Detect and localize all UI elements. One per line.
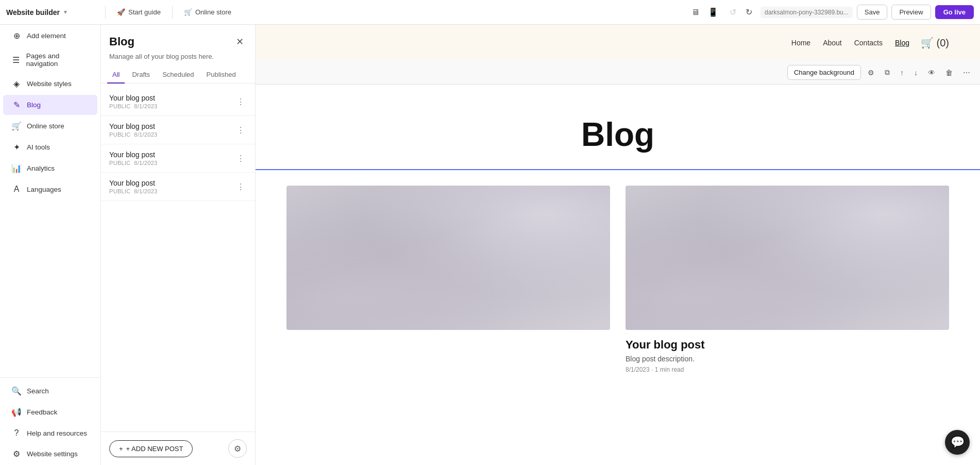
- blog-card-image-1: [286, 186, 610, 330]
- section-move-down-button[interactable]: ↓: [910, 66, 921, 79]
- blog-panel: Blog ✕ Manage all of your blog posts her…: [101, 25, 256, 465]
- tab-published[interactable]: Published: [201, 67, 241, 84]
- go-live-button[interactable]: Go live: [935, 5, 974, 19]
- nav-blog[interactable]: Blog: [895, 39, 909, 47]
- copy-icon: ⧉: [885, 68, 890, 76]
- sidebar-item-languages[interactable]: A Languages: [3, 179, 97, 199]
- site-header: Home About Contacts Blog 🛒 (0): [256, 25, 980, 61]
- blog-post-meta-2: PUBLIC 8/1/2023: [109, 131, 157, 138]
- tab-scheduled[interactable]: Scheduled: [157, 67, 199, 84]
- blog-post-menu-2[interactable]: ⋮: [234, 123, 247, 137]
- gear-small-icon: ⚙: [234, 444, 241, 454]
- blog-post-menu-3[interactable]: ⋮: [234, 152, 247, 165]
- sidebar-item-analytics[interactable]: 📊 Analytics: [3, 158, 97, 178]
- section-settings-button[interactable]: ⚙: [864, 66, 878, 79]
- nav-home[interactable]: Home: [791, 39, 810, 47]
- section-delete-button[interactable]: 🗑: [942, 66, 956, 79]
- toolbar-row-wrap: Change background ⚙ ⧉ ↑ ↓ 👁: [256, 61, 980, 85]
- section-move-up-button[interactable]: ↑: [897, 66, 907, 79]
- blog-post-item-4[interactable]: Your blog post PUBLIC 8/1/2023 ⋮: [101, 173, 255, 201]
- blog-post-title-1: Your blog post: [109, 94, 157, 102]
- mobile-view-button[interactable]: 📱: [705, 5, 721, 19]
- device-switcher: 🖥 📱: [688, 5, 721, 19]
- trash-icon: 🗑: [945, 69, 953, 77]
- sidebar-label-analytics: Analytics: [27, 164, 55, 172]
- sidebar-item-online-store[interactable]: 🛒 Online store: [3, 116, 97, 136]
- analytics-icon: 📊: [11, 163, 22, 173]
- sidebar-item-add-element[interactable]: ⊕ Add element: [3, 26, 97, 46]
- sidebar-label-help: Help and resources: [27, 429, 87, 437]
- blog-post-menu-4[interactable]: ⋮: [234, 180, 247, 194]
- sidebar-item-website-styles[interactable]: ◈ Website styles: [3, 74, 97, 94]
- add-post-label: + ADD NEW POST: [126, 445, 183, 453]
- nav-contacts[interactable]: Contacts: [854, 39, 883, 47]
- site-nav: Home About Contacts Blog 🛒 (0): [790, 37, 949, 49]
- panel-close-button[interactable]: ✕: [233, 35, 247, 48]
- blog-post-info-3: Your blog post PUBLIC 8/1/2023: [109, 151, 157, 166]
- panel-tabs: All Drafts Scheduled Published: [101, 67, 255, 84]
- sidebar-item-ai-tools[interactable]: ✦ AI tools: [3, 137, 97, 157]
- undo-button[interactable]: ↺: [725, 4, 740, 20]
- section-more-button[interactable]: ⋯: [959, 66, 974, 79]
- settings-icon: ⚙: [868, 69, 874, 77]
- cart-button[interactable]: 🛒 (0): [921, 37, 949, 49]
- blog-post-title-4: Your blog post: [109, 179, 157, 187]
- sidebar-label-languages: Languages: [27, 186, 61, 193]
- start-guide-button[interactable]: 🚀 Start guide: [112, 5, 166, 19]
- brand-logo[interactable]: Website builder ▼: [6, 8, 99, 16]
- sidebar-item-blog[interactable]: ✎ Blog: [3, 95, 97, 115]
- eye-icon: 👁: [928, 69, 935, 77]
- nav-about[interactable]: About: [823, 39, 842, 47]
- arrow-up-icon: ↑: [900, 69, 904, 77]
- section-duplicate-button[interactable]: ⧉: [881, 65, 893, 79]
- change-background-button[interactable]: Change background: [787, 65, 861, 80]
- tab-all[interactable]: All: [107, 67, 125, 84]
- save-button[interactable]: Save: [857, 5, 888, 20]
- sidebar: ⊕ Add element ☰ Pages and navigation ◈ W…: [0, 25, 101, 465]
- desktop-view-button[interactable]: 🖥: [688, 6, 703, 19]
- rocket-icon: 🚀: [117, 8, 125, 16]
- blog-post-info-4: Your blog post PUBLIC 8/1/2023: [109, 179, 157, 194]
- sidebar-item-pages[interactable]: ☰ Pages and navigation: [3, 47, 97, 73]
- brand-chevron-icon: ▼: [63, 9, 68, 15]
- blog-post-item-2[interactable]: Your blog post PUBLIC 8/1/2023 ⋮: [101, 116, 255, 144]
- section-toolbar: Change background ⚙ ⧉ ↑ ↓ 👁: [256, 61, 980, 85]
- blog-post-menu-1[interactable]: ⋮: [234, 95, 247, 109]
- help-icon: ?: [11, 428, 22, 438]
- redo-button[interactable]: ↻: [741, 4, 756, 20]
- blog-posts-grid: Your blog post Blog post description. 8/…: [256, 170, 980, 389]
- sidebar-item-search[interactable]: 🔍 Search: [3, 381, 97, 401]
- add-new-post-button[interactable]: + + ADD NEW POST: [109, 440, 193, 457]
- blog-card-1: [286, 186, 610, 373]
- sidebar-item-settings[interactable]: ⚙ Website settings: [3, 444, 97, 464]
- blog-post-list: Your blog post PUBLIC 8/1/2023 ⋮ Your bl…: [101, 84, 255, 431]
- panel-header: Blog ✕: [101, 25, 255, 53]
- sidebar-label-search: Search: [27, 387, 49, 395]
- chat-widget-button[interactable]: 💬: [945, 430, 970, 455]
- section-hide-button[interactable]: 👁: [924, 66, 939, 79]
- undo-redo-group: ↺ ↻: [725, 4, 756, 20]
- languages-icon: A: [11, 185, 22, 194]
- blog-post-meta-4: PUBLIC 8/1/2023: [109, 188, 157, 194]
- brand-name: Website builder: [6, 8, 60, 16]
- online-store-button[interactable]: 🛒 Online store: [179, 5, 236, 19]
- panel-settings-button[interactable]: ⚙: [228, 439, 247, 458]
- sidebar-label-online-store: Online store: [27, 122, 64, 130]
- tab-drafts[interactable]: Drafts: [127, 67, 155, 84]
- store-icon: 🛒: [11, 121, 22, 131]
- sidebar-item-help[interactable]: ? Help and resources: [3, 423, 97, 443]
- blog-card-2: Your blog post Blog post description. 8/…: [626, 186, 949, 373]
- blog-post-info-1: Your blog post PUBLIC 8/1/2023: [109, 94, 157, 109]
- blog-post-meta-1: PUBLIC 8/1/2023: [109, 103, 157, 109]
- sidebar-label-feedback: Feedback: [27, 408, 57, 416]
- blog-post-item-1[interactable]: Your blog post PUBLIC 8/1/2023 ⋮: [101, 88, 255, 116]
- cart-icon: 🛒: [184, 8, 192, 16]
- sidebar-item-feedback[interactable]: 📢 Feedback: [3, 402, 97, 422]
- main-layout: ⊕ Add element ☰ Pages and navigation ◈ W…: [0, 25, 980, 465]
- blog-post-item-3[interactable]: Your blog post PUBLIC 8/1/2023 ⋮: [101, 144, 255, 173]
- search-icon: 🔍: [11, 386, 22, 396]
- sidebar-label-ai-tools: AI tools: [27, 143, 50, 151]
- blog-card-title-2: Your blog post: [626, 338, 949, 352]
- blog-post-meta-3: PUBLIC 8/1/2023: [109, 160, 157, 166]
- preview-button[interactable]: Preview: [891, 5, 931, 20]
